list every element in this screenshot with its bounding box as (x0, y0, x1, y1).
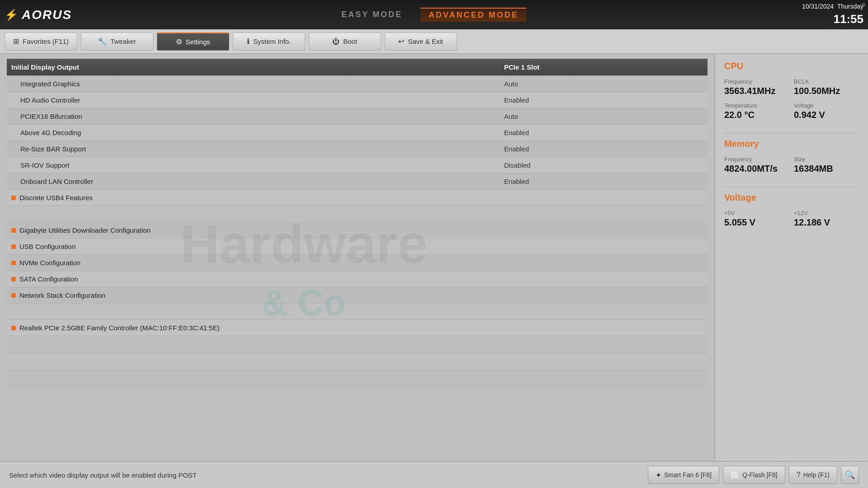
setting-name-hd-audio: HD Audio Controller (16, 94, 500, 107)
voltage-5v-col: +5V 5.055 V (724, 210, 789, 231)
mode-switcher: EASY MODE ADVANCED MODE (341, 8, 526, 22)
table-row[interactable]: Gigabyte Utilities Downloader Configurat… (7, 222, 708, 239)
table-row[interactable]: SR-IOV Support Disabled (7, 157, 708, 174)
save-exit-btn[interactable]: ↩ Save & Exit (385, 33, 457, 51)
boot-btn[interactable]: ⏻ Boot (309, 33, 381, 51)
cpu-grid: Frequency 3563.41MHz BCLK 100.50MHz Temp… (724, 78, 859, 124)
cpu-freq-col: Frequency 3563.41MHz (724, 78, 789, 100)
memory-size-col: Size 16384MB (794, 156, 859, 178)
table-row[interactable]: Discrete USB4 Features (7, 190, 708, 206)
table-row[interactable]: Onboard LAN Controller Enabled (7, 174, 708, 190)
orange-bullet-icon (11, 261, 16, 265)
voltage-5v-value: 5.055 V (724, 217, 789, 228)
memory-grid: Frequency 4824.00MT/s Size 16384MB (724, 156, 859, 178)
search-btn[interactable]: 🔍 (841, 466, 859, 484)
bottom-bar: Select which video display output will b… (0, 461, 868, 488)
help-btn[interactable]: ? Help (F1) (789, 466, 837, 484)
setting-value-pciex16: Auto (500, 110, 708, 123)
help-icon: ? (797, 471, 801, 479)
setting-name-sata: SATA Configuration (7, 272, 500, 286)
voltage-title: Voltage (724, 192, 859, 205)
setting-value-realtek (500, 325, 708, 331)
aorus-logo-text: AORUS (22, 8, 72, 22)
easy-mode-btn[interactable]: EASY MODE (341, 10, 402, 19)
search-icon: 🔍 (845, 470, 855, 480)
sysinfo-icon: ℹ (247, 37, 250, 46)
save-exit-icon: ↩ (398, 37, 404, 46)
setting-name-usb4: Discrete USB4 Features (7, 191, 500, 204)
table-row[interactable]: Re-Size BAR Support Enabled (7, 141, 708, 157)
cpu-volt-col: Voltage 0.942 V (794, 102, 859, 124)
settings-btn[interactable]: ⚙ Settings (157, 33, 229, 51)
settings-header-row: Initial Display Output PCIe 1 Slot (7, 59, 708, 76)
spacer-row-2 (7, 304, 708, 320)
orange-bullet-icon (11, 228, 16, 233)
settings-panel: Initial Display Output PCIe 1 Slot Integ… (0, 54, 714, 461)
memory-freq-col: Frequency 4824.00MT/s (724, 156, 789, 178)
datetime-display: 10/31/2024 Thursday 11:55 (802, 2, 863, 28)
cpu-frequency-label: Frequency (724, 78, 789, 85)
table-row[interactable]: NVMe Configuration (7, 255, 708, 271)
tweaker-btn[interactable]: 🔧 Tweaker (81, 33, 153, 51)
table-row[interactable]: USB Configuration (7, 239, 708, 255)
setting-name-network-stack: Network Stack Configuration (7, 289, 500, 302)
setting-name-lan: Onboard LAN Controller (16, 175, 500, 188)
date-display: 10/31/2024 Thursday (802, 2, 863, 11)
advanced-mode-btn[interactable]: ADVANCED MODE (420, 8, 527, 22)
qflash-btn[interactable]: ⬜ Q-Flash [F8] (723, 466, 785, 484)
cpu-section: CPU Frequency 3563.41MHz BCLK 100.50MHz … (724, 61, 859, 124)
settings-icon: ⚙ (176, 38, 182, 46)
setting-value-network-stack (500, 293, 708, 298)
favorites-icon: ⊞ (13, 37, 19, 46)
empty-row-1 (7, 336, 708, 353)
orange-bullet-icon (11, 277, 16, 282)
table-row[interactable]: HD Audio Controller Enabled (7, 92, 708, 108)
favorites-btn[interactable]: ⊞ Favorites (F11) (5, 33, 77, 51)
smart-fan-btn[interactable]: ✦ Smart Fan 6 [F6] (648, 466, 719, 484)
divider-1 (724, 133, 859, 133)
memory-frequency-label: Frequency (724, 156, 789, 163)
memory-frequency-value: 4824.00MT/s (724, 164, 789, 174)
settings-gear-icon[interactable]: ⚙ (861, 2, 866, 8)
setting-name-usb-config: USB Configuration (7, 240, 500, 253)
tweaker-icon: 🔧 (98, 37, 107, 46)
cpu-bclk-value: 100.50MHz (794, 86, 859, 96)
voltage-5v-label: +5V (724, 210, 789, 216)
settings-header-value: PCIe 1 Slot (500, 61, 708, 74)
voltage-grid: +5V 5.055 V +12V 12.186 V (724, 210, 859, 231)
cpu-voltage-label: Voltage (794, 102, 859, 109)
orange-bullet-icon (11, 244, 16, 249)
setting-value-integrated-graphics: Auto (500, 77, 708, 90)
setting-name-resize-bar: Re-Size BAR Support (16, 142, 500, 155)
setting-value-resize-bar: Enabled (500, 142, 708, 155)
cpu-temperature-label: Temperature (724, 102, 789, 109)
time-display: 11:55 (802, 11, 863, 27)
orange-bullet-icon (11, 293, 16, 298)
cpu-bclk-label: BCLK (794, 78, 859, 85)
cpu-voltage-value: 0.942 V (794, 110, 859, 120)
table-row[interactable]: Integrated Graphics Auto (7, 76, 708, 92)
smart-fan-icon: ✦ (656, 471, 661, 479)
orange-bullet-icon (11, 196, 16, 200)
table-row[interactable]: Network Stack Configuration (7, 287, 708, 304)
bottom-buttons: ✦ Smart Fan 6 [F6] ⬜ Q-Flash [F8] ? Help… (648, 466, 859, 484)
table-row[interactable]: PCIEX16 Bifurcation Auto (7, 108, 708, 125)
spacer-row (7, 206, 708, 222)
setting-name-gigabyte-utils: Gigabyte Utilities Downloader Configurat… (7, 224, 500, 237)
setting-value-sata (500, 277, 708, 282)
header: ⚡ AORUS EASY MODE ADVANCED MODE 10/31/20… (0, 0, 868, 29)
sysinfo-btn[interactable]: ℹ System Info. (233, 33, 305, 51)
cpu-title: CPU (724, 61, 859, 74)
voltage-12v-value: 12.186 V (794, 217, 859, 228)
main-content: Hardware & Co Initial Display Output PCI… (0, 54, 868, 461)
setting-name-realtek: Realtek PCIe 2.5GBE Family Controller (M… (7, 321, 500, 334)
table-row[interactable]: SATA Configuration (7, 271, 708, 287)
divider-2 (724, 187, 859, 187)
qflash-icon: ⬜ (731, 471, 740, 479)
setting-name-sriov: SR-IOV Support (16, 159, 500, 172)
table-row[interactable]: Above 4G Decoding Enabled (7, 125, 708, 141)
cpu-bclk-col: BCLK 100.50MHz (794, 78, 859, 100)
help-text: Select which video display output will b… (9, 471, 197, 479)
setting-value-gigabyte-utils (500, 228, 708, 233)
table-row[interactable]: Realtek PCIe 2.5GBE Family Controller (M… (7, 320, 708, 336)
